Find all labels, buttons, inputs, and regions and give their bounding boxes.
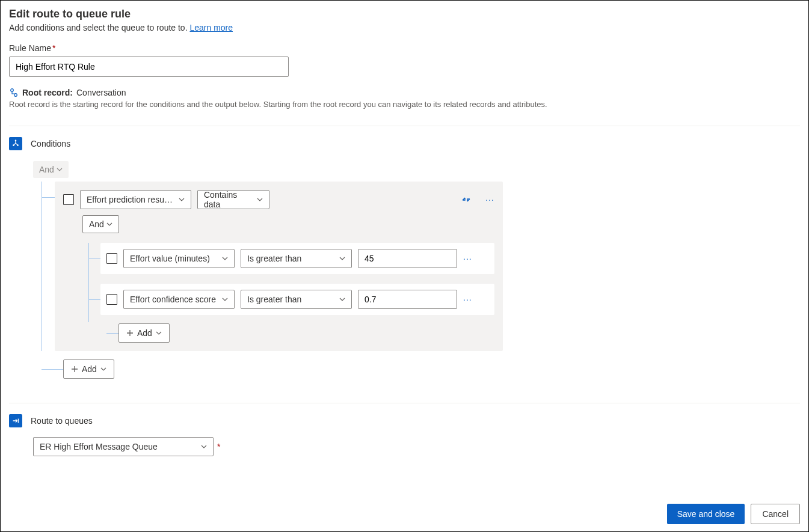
condition-row: Effort value (minutes) Is greater than ·… [100, 243, 494, 274]
cancel-button[interactable]: Cancel [751, 504, 800, 524]
chevron-down-icon [257, 197, 263, 203]
plus-icon [71, 365, 78, 373]
add-outer-button[interactable]: Add [63, 359, 114, 379]
group-checkbox[interactable] [63, 194, 74, 205]
root-record-description: Root record is the starting record for t… [9, 100, 800, 109]
tree-line [42, 182, 42, 351]
svg-point-3 [13, 144, 14, 146]
row-operator-dropdown[interactable]: Is greater than [241, 249, 352, 268]
conditions-section-icon [9, 137, 22, 150]
subtitle-text: Add conditions and select the queue to r… [9, 23, 189, 32]
chevron-down-icon [57, 167, 63, 173]
learn-more-link[interactable]: Learn more [189, 23, 233, 32]
more-icon[interactable]: ··· [463, 295, 472, 304]
svg-point-4 [17, 144, 19, 146]
svg-point-0 [11, 89, 14, 92]
collapse-icon[interactable] [461, 195, 471, 204]
more-icon[interactable]: ··· [485, 195, 494, 204]
root-record-label: Root record: [22, 88, 73, 97]
chevron-down-icon [222, 296, 228, 302]
route-section-label: Route to queues [31, 416, 93, 426]
required-indicator: * [217, 442, 220, 451]
row-value-input[interactable] [358, 290, 457, 309]
chevron-down-icon [156, 330, 162, 336]
route-section-icon [9, 414, 22, 427]
tree-line [42, 197, 55, 198]
chevron-down-icon [201, 444, 207, 450]
add-inner-button[interactable]: Add [118, 323, 170, 343]
queue-dropdown[interactable]: ER High Effort Message Queue [33, 437, 214, 456]
more-icon[interactable]: ··· [463, 254, 472, 263]
row-operator-dropdown[interactable]: Is greater than [241, 290, 352, 309]
conditions-section-label: Conditions [31, 139, 70, 148]
chevron-down-icon [179, 197, 185, 203]
tree-line [88, 243, 89, 322]
svg-point-1 [14, 94, 17, 97]
entity-icon [9, 88, 19, 97]
row-attribute-dropdown[interactable]: Effort confidence score [123, 290, 235, 309]
outer-operator-chip[interactable]: And [33, 161, 69, 178]
svg-point-2 [15, 139, 17, 141]
rule-name-input[interactable] [9, 57, 289, 77]
rule-name-label: Rule Name* [9, 43, 800, 53]
condition-row: Effort confidence score Is greater than … [100, 284, 494, 315]
condition-group: Effort prediction result... Contains dat… [55, 182, 503, 351]
row-value-input[interactable] [358, 249, 457, 268]
group-attribute-dropdown[interactable]: Effort prediction result... [80, 190, 191, 209]
plus-icon [126, 329, 134, 337]
separator [9, 403, 800, 403]
chevron-down-icon [106, 221, 112, 227]
group-operator-dropdown[interactable]: Contains data [197, 190, 269, 209]
row-checkbox[interactable] [106, 253, 117, 264]
chevron-down-icon [339, 255, 345, 261]
chevron-down-icon [100, 366, 106, 372]
required-indicator: * [52, 43, 55, 53]
page-title: Edit route to queue rule [9, 8, 800, 20]
row-checkbox[interactable] [106, 294, 117, 305]
chevron-down-icon [339, 296, 345, 302]
row-attribute-dropdown[interactable]: Effort value (minutes) [123, 249, 235, 268]
page-subtitle: Add conditions and select the queue to r… [9, 23, 800, 32]
inner-operator-chip[interactable]: And [82, 215, 119, 233]
separator [9, 126, 800, 126]
chevron-down-icon [222, 255, 228, 261]
save-and-close-button[interactable]: Save and close [667, 504, 745, 524]
root-record-value: Conversation [76, 88, 126, 97]
